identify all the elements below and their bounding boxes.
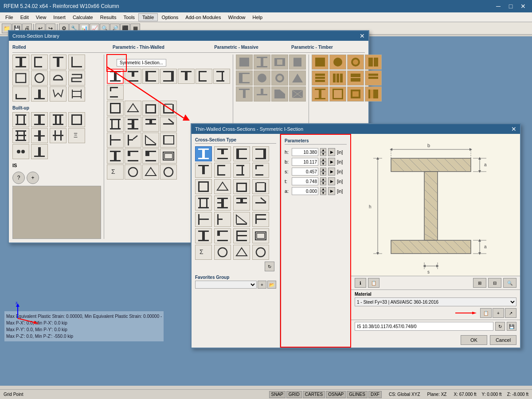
cst-9[interactable]: [195, 179, 212, 194]
param-a-up[interactable]: ▲: [320, 187, 326, 191]
formula-btn-2[interactable]: 💾: [507, 322, 516, 331]
pt-20[interactable]: [160, 133, 177, 148]
cs-item-l-section[interactable]: [12, 86, 29, 102]
scroll-down-button[interactable]: ↻: [265, 262, 274, 271]
menu-edit[interactable]: Edit: [17, 14, 32, 21]
menu-options[interactable]: Options: [158, 14, 182, 21]
menu-tools[interactable]: Tools: [120, 14, 138, 21]
csl-close-button[interactable]: ✕: [360, 32, 365, 39]
pm-10[interactable]: [254, 86, 270, 102]
twcs-close-button[interactable]: ✕: [511, 125, 516, 133]
pt-10[interactable]: [125, 101, 141, 116]
param-t-input[interactable]: [292, 177, 318, 185]
param-b-down[interactable]: ▼: [320, 162, 326, 166]
bu-item-9[interactable]: [12, 144, 29, 159]
bu-item-4[interactable]: [68, 112, 85, 127]
pt-24[interactable]: [160, 149, 177, 164]
info-button[interactable]: ℹ: [355, 278, 366, 288]
ok-button[interactable]: OK: [461, 335, 487, 345]
cst-8[interactable]: [252, 163, 269, 178]
new-button[interactable]: +: [27, 172, 39, 184]
cst-2[interactable]: [214, 146, 231, 161]
cst-7[interactable]: [233, 163, 250, 178]
view-btn-2[interactable]: ⊟: [488, 278, 501, 288]
cst-20[interactable]: [252, 212, 269, 227]
cst-25[interactable]: Σ: [195, 245, 212, 260]
cs-item-circle[interactable]: [31, 70, 48, 86]
pt-23[interactable]: [142, 149, 159, 164]
menu-help[interactable]: Help: [249, 14, 266, 21]
cst-3[interactable]: [233, 146, 250, 161]
param-s-input[interactable]: [292, 168, 318, 176]
cs-item-tee[interactable]: [50, 55, 66, 70]
bu-item-6[interactable]: [31, 128, 48, 143]
pm-3[interactable]: [271, 55, 288, 70]
favorites-add-button[interactable]: +: [258, 281, 266, 289]
cst-5[interactable]: [195, 163, 212, 178]
param-s-down[interactable]: ▼: [320, 172, 326, 176]
ti-1[interactable]: [312, 55, 329, 70]
cst-26[interactable]: [214, 245, 231, 260]
pt-21[interactable]: [107, 149, 124, 164]
param-h-input[interactable]: [292, 148, 318, 156]
pm-11[interactable]: [271, 86, 288, 102]
param-h-down[interactable]: ▼: [320, 152, 326, 156]
cst-4[interactable]: [252, 146, 269, 161]
param-b-up[interactable]: ▲: [320, 158, 326, 162]
menu-table[interactable]: Table: [138, 13, 158, 21]
ti-12[interactable]: [365, 86, 382, 102]
pt-12[interactable]: [160, 101, 177, 116]
cst-19[interactable]: [233, 212, 250, 227]
pt-22[interactable]: [125, 149, 141, 164]
param-h-up[interactable]: ▲: [320, 148, 326, 152]
status-snap[interactable]: SNAP: [269, 391, 286, 398]
cst-12[interactable]: [252, 179, 269, 194]
cst-15[interactable]: [233, 196, 250, 211]
menu-calculate[interactable]: Calculate: [69, 14, 97, 21]
pt-11[interactable]: [142, 101, 159, 116]
pt-28[interactable]: [160, 164, 177, 180]
pt-18[interactable]: [125, 133, 141, 148]
status-glines[interactable]: GLINES: [347, 391, 368, 398]
cs-item-z-section[interactable]: [68, 70, 85, 86]
cst-11[interactable]: [233, 179, 250, 194]
pm-1[interactable]: [236, 55, 253, 70]
status-dxf[interactable]: DXF: [368, 391, 382, 398]
menu-file[interactable]: File: [2, 14, 17, 21]
pt-25[interactable]: Σ: [107, 164, 124, 180]
ti-11[interactable]: [347, 86, 364, 102]
cst-17[interactable]: [195, 212, 212, 227]
menu-view[interactable]: View: [32, 14, 50, 21]
cs-item-i[interactable]: [12, 55, 29, 70]
maximize-button[interactable]: □: [505, 2, 516, 11]
cs-item-t2[interactable]: [31, 86, 48, 102]
param-a-down[interactable]: ▼: [320, 191, 326, 195]
cst-selected[interactable]: [195, 146, 212, 161]
param-b-extra[interactable]: ▶: [328, 158, 335, 166]
pt-19[interactable]: [142, 133, 159, 148]
pt-26[interactable]: [125, 164, 141, 180]
formula-btn-1[interactable]: ↻: [495, 322, 505, 331]
ti-6[interactable]: [329, 70, 346, 86]
cst-23[interactable]: [233, 228, 250, 243]
pm-7[interactable]: [271, 70, 288, 86]
menu-window[interactable]: Window: [224, 14, 249, 21]
pt-7[interactable]: [213, 69, 230, 84]
pt-selected[interactable]: [107, 69, 124, 84]
bu-item-3[interactable]: [50, 112, 66, 127]
cst-24[interactable]: [252, 228, 269, 243]
menu-results[interactable]: Results: [97, 14, 120, 21]
close-button[interactable]: ✕: [518, 2, 528, 11]
help-button[interactable]: ?: [12, 172, 25, 184]
cst-13[interactable]: [195, 196, 212, 211]
pt-14[interactable]: [125, 117, 141, 132]
param-s-extra[interactable]: ▶: [328, 168, 335, 176]
material-btn-1[interactable]: 📋: [480, 308, 492, 318]
section-formula-input[interactable]: [355, 322, 493, 331]
ti-9[interactable]: [312, 86, 329, 102]
cst-10[interactable]: [214, 179, 231, 194]
param-t-extra[interactable]: ▶: [328, 177, 335, 185]
bu-item-5[interactable]: [12, 128, 29, 143]
param-a-input[interactable]: [292, 187, 318, 195]
cs-item-hash[interactable]: [68, 86, 85, 102]
